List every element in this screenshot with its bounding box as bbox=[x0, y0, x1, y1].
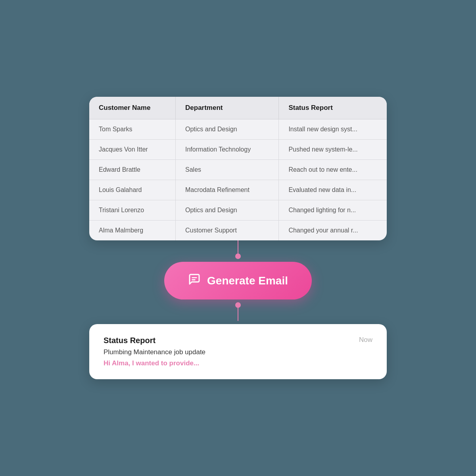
connector-dot-bottom bbox=[235, 302, 241, 308]
table-row: Tom SparksOptics and DesignInstall new d… bbox=[89, 119, 387, 140]
email-title: Status Report bbox=[104, 336, 155, 345]
col-header-status-report: Status Report bbox=[279, 97, 387, 119]
chat-icon bbox=[188, 273, 201, 288]
email-header: Status Report Now bbox=[104, 336, 372, 345]
cell-status-report: Evaluated new data in... bbox=[279, 180, 387, 200]
cell-customer-name: Jacques Von Itter bbox=[89, 140, 176, 160]
cell-status-report: Pushed new system-le... bbox=[279, 140, 387, 160]
col-header-customer-name: Customer Name bbox=[89, 97, 176, 119]
table-row: Edward BrattleSalesReach out to new ente… bbox=[89, 160, 387, 180]
connector-line-top bbox=[238, 240, 238, 256]
col-header-department: Department bbox=[176, 97, 279, 119]
cell-department: Information Technology bbox=[176, 140, 279, 160]
generate-email-label: Generate Email bbox=[207, 274, 288, 287]
cell-customer-name: Tristani Lorenzo bbox=[89, 200, 176, 221]
connector-dot-top bbox=[235, 253, 241, 259]
cell-department: Sales bbox=[176, 160, 279, 180]
cell-status-report: Reach out to new ente... bbox=[279, 160, 387, 180]
email-time: Now bbox=[359, 336, 372, 344]
table-row: Louis GalahardMacrodata RefinementEvalua… bbox=[89, 180, 387, 200]
cell-status-report: Changed your annual r... bbox=[279, 221, 387, 241]
flow-container: Customer Name Department Status Report T… bbox=[89, 97, 387, 379]
cell-customer-name: Edward Brattle bbox=[89, 160, 176, 180]
cell-customer-name: Louis Galahard bbox=[89, 180, 176, 200]
cell-department: Optics and Design bbox=[176, 200, 279, 221]
email-subject: Plumbing Maintenance job update bbox=[104, 348, 372, 356]
table-row: Alma MalmbergCustomer SupportChanged you… bbox=[89, 221, 387, 241]
cell-customer-name: Alma Malmberg bbox=[89, 221, 176, 241]
email-preview-text: Hi Alma, I wanted to provide... bbox=[104, 359, 372, 367]
connector-line-bottom bbox=[238, 305, 238, 321]
cell-customer-name: Tom Sparks bbox=[89, 119, 176, 140]
data-table: Customer Name Department Status Report T… bbox=[89, 97, 387, 240]
cell-status-report: Install new design syst... bbox=[279, 119, 387, 140]
cell-status-report: Changed lighting for n... bbox=[279, 200, 387, 221]
table-header-row: Customer Name Department Status Report bbox=[89, 97, 387, 119]
table-row: Jacques Von ItterInformation TechnologyP… bbox=[89, 140, 387, 160]
cell-department: Optics and Design bbox=[176, 119, 279, 140]
cell-department: Customer Support bbox=[176, 221, 279, 241]
email-card: Status Report Now Plumbing Maintenance j… bbox=[89, 324, 387, 379]
cell-department: Macrodata Refinement bbox=[176, 180, 279, 200]
table-row: Tristani LorenzoOptics and DesignChanged… bbox=[89, 200, 387, 221]
generate-email-button[interactable]: Generate Email bbox=[164, 262, 312, 299]
table-card: Customer Name Department Status Report T… bbox=[89, 97, 387, 240]
